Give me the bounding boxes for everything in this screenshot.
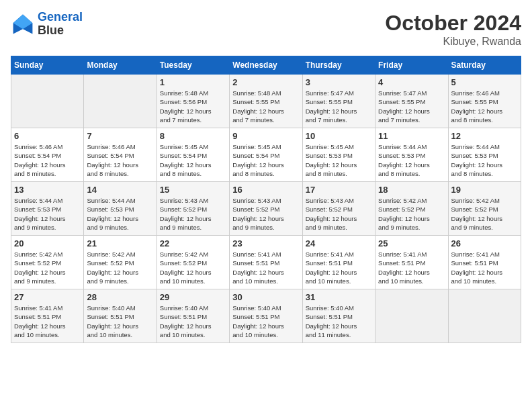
day-info: Sunrise: 5:45 AM Sunset: 5:53 PM Dayligh… bbox=[306, 142, 372, 178]
day-number: 16 bbox=[232, 185, 299, 195]
calendar-cell bbox=[11, 75, 84, 128]
day-number: 2 bbox=[232, 77, 299, 87]
day-number: 7 bbox=[87, 131, 153, 141]
day-number: 6 bbox=[14, 131, 81, 141]
day-number: 22 bbox=[160, 238, 226, 248]
location-subtitle: Kibuye, Rwanda bbox=[385, 36, 521, 48]
calendar-cell: 23Sunrise: 5:41 AM Sunset: 5:51 PM Dayli… bbox=[230, 236, 302, 289]
calendar-cell: 1Sunrise: 5:48 AM Sunset: 5:56 PM Daylig… bbox=[157, 75, 229, 128]
day-number: 24 bbox=[306, 238, 372, 248]
calendar-week-row: 1Sunrise: 5:48 AM Sunset: 5:56 PM Daylig… bbox=[11, 75, 521, 128]
day-number: 26 bbox=[451, 238, 518, 248]
day-number: 1 bbox=[160, 77, 226, 87]
day-info: Sunrise: 5:44 AM Sunset: 5:53 PM Dayligh… bbox=[14, 196, 81, 232]
day-info: Sunrise: 5:40 AM Sunset: 5:51 PM Dayligh… bbox=[87, 304, 153, 339]
calendar-cell: 13Sunrise: 5:44 AM Sunset: 5:53 PM Dayli… bbox=[11, 182, 84, 236]
calendar-cell: 10Sunrise: 5:45 AM Sunset: 5:53 PM Dayli… bbox=[302, 128, 375, 182]
calendar-cell: 20Sunrise: 5:42 AM Sunset: 5:52 PM Dayli… bbox=[11, 236, 84, 289]
calendar-cell: 5Sunrise: 5:46 AM Sunset: 5:55 PM Daylig… bbox=[448, 75, 521, 128]
day-info: Sunrise: 5:41 AM Sunset: 5:51 PM Dayligh… bbox=[232, 250, 299, 285]
calendar-cell: 6Sunrise: 5:46 AM Sunset: 5:54 PM Daylig… bbox=[11, 128, 84, 182]
calendar-day-header: Tuesday bbox=[157, 56, 229, 75]
day-info: Sunrise: 5:43 AM Sunset: 5:52 PM Dayligh… bbox=[232, 196, 299, 232]
logo-text: General Blue bbox=[38, 11, 83, 38]
day-number: 21 bbox=[87, 238, 153, 248]
calendar-cell: 9Sunrise: 5:45 AM Sunset: 5:54 PM Daylig… bbox=[230, 128, 302, 182]
day-info: Sunrise: 5:46 AM Sunset: 5:54 PM Dayligh… bbox=[87, 142, 153, 178]
day-info: Sunrise: 5:41 AM Sunset: 5:51 PM Dayligh… bbox=[451, 250, 518, 285]
calendar-cell: 19Sunrise: 5:42 AM Sunset: 5:52 PM Dayli… bbox=[448, 182, 521, 236]
title-block: October 2024 Kibuye, Rwanda bbox=[385, 11, 521, 48]
calendar-day-header: Monday bbox=[84, 56, 157, 75]
calendar-cell: 28Sunrise: 5:40 AM Sunset: 5:51 PM Dayli… bbox=[84, 289, 157, 343]
day-info: Sunrise: 5:43 AM Sunset: 5:52 PM Dayligh… bbox=[160, 196, 226, 232]
day-number: 18 bbox=[378, 185, 445, 195]
month-title: October 2024 bbox=[385, 11, 521, 36]
calendar-cell: 4Sunrise: 5:47 AM Sunset: 5:55 PM Daylig… bbox=[375, 75, 448, 128]
day-number: 15 bbox=[160, 185, 226, 195]
day-number: 11 bbox=[378, 131, 445, 141]
day-number: 29 bbox=[160, 292, 226, 302]
day-number: 8 bbox=[160, 131, 226, 141]
day-number: 25 bbox=[378, 238, 445, 248]
day-number: 13 bbox=[14, 185, 81, 195]
calendar-cell: 12Sunrise: 5:44 AM Sunset: 5:53 PM Dayli… bbox=[448, 128, 521, 182]
calendar-week-row: 6Sunrise: 5:46 AM Sunset: 5:54 PM Daylig… bbox=[11, 128, 521, 182]
day-number: 27 bbox=[14, 292, 81, 302]
logo: General Blue bbox=[11, 11, 83, 38]
calendar-cell: 14Sunrise: 5:44 AM Sunset: 5:53 PM Dayli… bbox=[84, 182, 157, 236]
day-info: Sunrise: 5:40 AM Sunset: 5:51 PM Dayligh… bbox=[232, 304, 299, 339]
day-number: 17 bbox=[306, 185, 372, 195]
day-info: Sunrise: 5:47 AM Sunset: 5:55 PM Dayligh… bbox=[378, 89, 445, 124]
calendar-cell bbox=[448, 289, 521, 343]
calendar-day-header: Thursday bbox=[302, 56, 375, 75]
calendar-cell: 29Sunrise: 5:40 AM Sunset: 5:51 PM Dayli… bbox=[157, 289, 229, 343]
day-info: Sunrise: 5:47 AM Sunset: 5:55 PM Dayligh… bbox=[306, 89, 372, 124]
day-info: Sunrise: 5:42 AM Sunset: 5:52 PM Dayligh… bbox=[160, 250, 226, 285]
calendar-week-row: 13Sunrise: 5:44 AM Sunset: 5:53 PM Dayli… bbox=[11, 182, 521, 236]
calendar-cell: 27Sunrise: 5:41 AM Sunset: 5:51 PM Dayli… bbox=[11, 289, 84, 343]
calendar-cell bbox=[375, 289, 448, 343]
day-info: Sunrise: 5:45 AM Sunset: 5:54 PM Dayligh… bbox=[232, 142, 299, 178]
day-number: 10 bbox=[306, 131, 372, 141]
day-number: 5 bbox=[451, 77, 518, 87]
calendar-cell: 24Sunrise: 5:41 AM Sunset: 5:51 PM Dayli… bbox=[302, 236, 375, 289]
calendar-day-header: Saturday bbox=[448, 56, 521, 75]
calendar-cell: 16Sunrise: 5:43 AM Sunset: 5:52 PM Dayli… bbox=[230, 182, 302, 236]
calendar-day-header: Sunday bbox=[11, 56, 84, 75]
day-info: Sunrise: 5:45 AM Sunset: 5:54 PM Dayligh… bbox=[160, 142, 226, 178]
logo-line2: Blue bbox=[38, 24, 83, 38]
day-info: Sunrise: 5:40 AM Sunset: 5:51 PM Dayligh… bbox=[306, 304, 372, 339]
calendar-cell: 3Sunrise: 5:47 AM Sunset: 5:55 PM Daylig… bbox=[302, 75, 375, 128]
calendar-week-row: 27Sunrise: 5:41 AM Sunset: 5:51 PM Dayli… bbox=[11, 289, 521, 343]
calendar-cell: 30Sunrise: 5:40 AM Sunset: 5:51 PM Dayli… bbox=[230, 289, 302, 343]
day-number: 9 bbox=[232, 131, 299, 141]
day-info: Sunrise: 5:40 AM Sunset: 5:51 PM Dayligh… bbox=[160, 304, 226, 339]
day-number: 3 bbox=[306, 77, 372, 87]
day-number: 30 bbox=[232, 292, 299, 302]
calendar-cell: 11Sunrise: 5:44 AM Sunset: 5:53 PM Dayli… bbox=[375, 128, 448, 182]
calendar-cell: 26Sunrise: 5:41 AM Sunset: 5:51 PM Dayli… bbox=[448, 236, 521, 289]
day-info: Sunrise: 5:48 AM Sunset: 5:56 PM Dayligh… bbox=[160, 89, 226, 124]
calendar-cell: 22Sunrise: 5:42 AM Sunset: 5:52 PM Dayli… bbox=[157, 236, 229, 289]
day-info: Sunrise: 5:48 AM Sunset: 5:55 PM Dayligh… bbox=[232, 89, 299, 124]
day-info: Sunrise: 5:42 AM Sunset: 5:52 PM Dayligh… bbox=[14, 250, 81, 285]
day-number: 31 bbox=[306, 292, 372, 302]
day-info: Sunrise: 5:41 AM Sunset: 5:51 PM Dayligh… bbox=[378, 250, 445, 285]
day-number: 12 bbox=[451, 131, 518, 141]
day-info: Sunrise: 5:42 AM Sunset: 5:52 PM Dayligh… bbox=[451, 196, 518, 232]
calendar-cell: 21Sunrise: 5:42 AM Sunset: 5:52 PM Dayli… bbox=[84, 236, 157, 289]
day-info: Sunrise: 5:44 AM Sunset: 5:53 PM Dayligh… bbox=[87, 196, 153, 232]
day-info: Sunrise: 5:41 AM Sunset: 5:51 PM Dayligh… bbox=[306, 250, 372, 285]
calendar-cell: 7Sunrise: 5:46 AM Sunset: 5:54 PM Daylig… bbox=[84, 128, 157, 182]
calendar-cell: 18Sunrise: 5:42 AM Sunset: 5:52 PM Dayli… bbox=[375, 182, 448, 236]
calendar-cell: 25Sunrise: 5:41 AM Sunset: 5:51 PM Dayli… bbox=[375, 236, 448, 289]
day-number: 4 bbox=[378, 77, 445, 87]
calendar-week-row: 20Sunrise: 5:42 AM Sunset: 5:52 PM Dayli… bbox=[11, 236, 521, 289]
day-number: 20 bbox=[14, 238, 81, 248]
day-info: Sunrise: 5:41 AM Sunset: 5:51 PM Dayligh… bbox=[14, 304, 81, 339]
calendar-header-row: SundayMondayTuesdayWednesdayThursdayFrid… bbox=[11, 56, 521, 75]
calendar-cell bbox=[84, 75, 157, 128]
calendar-day-header: Friday bbox=[375, 56, 448, 75]
day-number: 14 bbox=[87, 185, 153, 195]
